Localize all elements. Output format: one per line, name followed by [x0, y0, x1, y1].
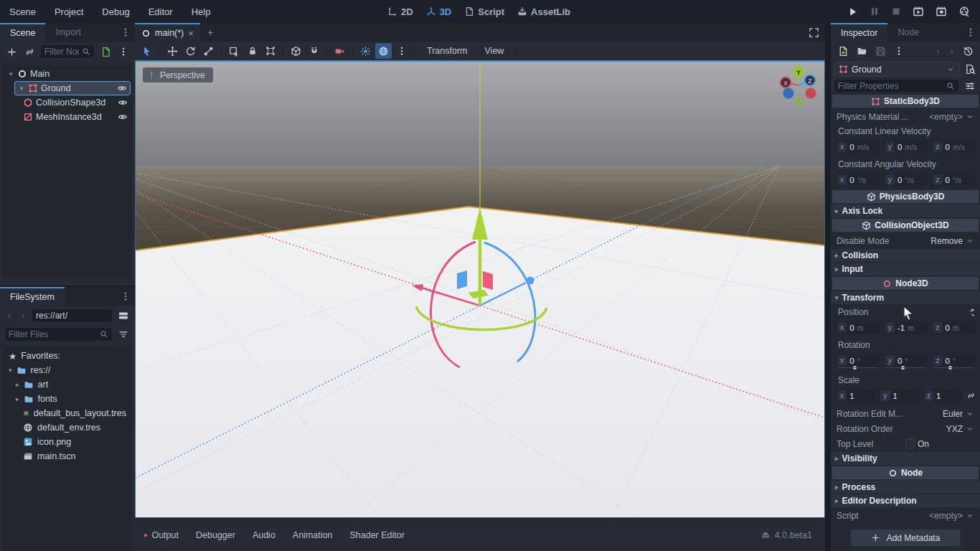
- snap-button[interactable]: [306, 43, 322, 59]
- filter-files-input[interactable]: [9, 329, 97, 339]
- collapse-arrow-icon[interactable]: ▾: [7, 70, 14, 77]
- add-node-button[interactable]: [4, 44, 19, 59]
- preview-environment-button[interactable]: [375, 43, 392, 59]
- menu-scene[interactable]: Scene: [0, 0, 45, 23]
- viewport-3d[interactable]: Y X Z Perspective: [135, 60, 825, 518]
- scale-tool-button[interactable]: [200, 43, 217, 59]
- cav-y-field[interactable]: y0°/s: [883, 173, 928, 187]
- forward-button[interactable]: ›: [18, 309, 28, 323]
- position-x-field[interactable]: x0m: [835, 321, 880, 334]
- expand-arrow-icon[interactable]: ▸: [16, 395, 19, 402]
- fs-row-fonts[interactable]: ▸ fonts: [4, 392, 131, 406]
- new-resource-button[interactable]: [836, 44, 850, 58]
- clv-z-field[interactable]: z0m/s: [930, 140, 976, 154]
- tree-row-collisionshape[interactable]: CollisionShape3d: [4, 95, 131, 110]
- perspective-button[interactable]: Perspective: [143, 67, 213, 83]
- visibility-eye-icon[interactable]: [118, 112, 128, 122]
- section-axis-lock[interactable]: ▸Axis Lock: [831, 204, 980, 217]
- add-metadata-button[interactable]: Add Metadata: [851, 529, 960, 546]
- cav-x-field[interactable]: x0°/s: [835, 173, 880, 187]
- scale-x-field[interactable]: x1: [835, 389, 875, 402]
- group-button[interactable]: [262, 43, 278, 59]
- bottom-tab-output[interactable]: ●Output: [143, 530, 179, 540]
- tree-row-ground[interactable]: ▾ Ground: [14, 81, 131, 95]
- history-back-button[interactable]: ‹: [933, 44, 943, 58]
- tab-node[interactable]: Node: [887, 23, 929, 42]
- lock-button[interactable]: [244, 43, 260, 59]
- resource-extra-menu[interactable]: [892, 44, 906, 58]
- preview-sun-button[interactable]: [357, 43, 374, 59]
- version-info[interactable]: 4.0.beta1: [760, 530, 816, 540]
- inspector-menu[interactable]: [961, 23, 980, 42]
- menu-help[interactable]: Help: [182, 0, 220, 23]
- tab-scene[interactable]: Scene: [0, 23, 45, 42]
- fs-row-icon-png[interactable]: icon.png: [4, 435, 131, 449]
- preview-settings-menu[interactable]: [393, 43, 410, 59]
- property-tools-button[interactable]: [963, 79, 977, 93]
- cav-z-field[interactable]: z0°/s: [930, 173, 976, 187]
- play-scene-button[interactable]: [913, 6, 924, 17]
- visibility-eye-icon[interactable]: [118, 98, 128, 108]
- section-editor-description[interactable]: ▸Editor Description: [831, 494, 980, 507]
- tab-import[interactable]: Import: [45, 23, 90, 42]
- fs-row-res[interactable]: ▾ res://: [4, 363, 131, 377]
- section-transform[interactable]: ▾Transform: [831, 291, 980, 304]
- menu-editor[interactable]: Editor: [139, 0, 182, 23]
- prop-rotation-edit-mode[interactable]: Rotation Edit M... Euler: [831, 406, 980, 421]
- axis-neg-z-ball[interactable]: [783, 88, 794, 99]
- play-button[interactable]: [847, 6, 858, 17]
- scene-dock-menu[interactable]: [116, 23, 135, 42]
- collapse-arrow-icon[interactable]: ▾: [18, 85, 25, 92]
- plane-handle-z[interactable]: [457, 270, 467, 289]
- path-input[interactable]: [36, 311, 108, 321]
- distraction-free-button[interactable]: [803, 23, 825, 42]
- prop-physics-material[interactable]: Physics Material ... <empty>: [831, 109, 980, 124]
- load-resource-button[interactable]: [854, 44, 869, 58]
- stop-button[interactable]: [891, 6, 901, 17]
- section-process[interactable]: ▸Process: [831, 481, 980, 494]
- play-custom-scene-button[interactable]: [936, 6, 947, 17]
- fs-row-env[interactable]: default_env.tres: [4, 420, 131, 435]
- section-input[interactable]: ▸Input: [831, 263, 980, 276]
- fs-row-favorites[interactable]: ★ Favorites:: [4, 349, 131, 363]
- movie-maker-button[interactable]: [958, 6, 970, 17]
- prop-rotation-order[interactable]: Rotation Order YXZ: [831, 421, 980, 436]
- fs-row-art[interactable]: ▸ art: [4, 377, 131, 392]
- mode-2d[interactable]: 2D: [385, 6, 416, 17]
- position-y-field[interactable]: y-1m: [883, 321, 928, 334]
- tab-filesystem[interactable]: FileSystem: [0, 287, 65, 306]
- local-space-button[interactable]: [288, 43, 304, 59]
- history-button[interactable]: [961, 44, 975, 58]
- open-docs-button[interactable]: [963, 62, 977, 77]
- edited-object-selector[interactable]: Ground: [834, 62, 960, 77]
- fs-row-bus-layout[interactable]: default_bus_layout.tres: [4, 406, 131, 420]
- transform-menu[interactable]: Transform: [419, 46, 476, 56]
- rotate-tool-button[interactable]: [182, 43, 199, 59]
- save-resource-button[interactable]: [873, 44, 887, 58]
- mode-assetlib[interactable]: AssetLib: [514, 6, 573, 17]
- axis-neg-x-ball[interactable]: [806, 88, 816, 99]
- history-forward-button[interactable]: ›: [947, 44, 956, 58]
- new-scene-tab-button[interactable]: +: [200, 23, 220, 42]
- slider-knob[interactable]: [901, 366, 905, 369]
- tab-inspector[interactable]: Inspector: [831, 23, 887, 42]
- close-icon[interactable]: ×: [188, 28, 194, 39]
- collapse-arrow-icon[interactable]: ▾: [9, 367, 12, 374]
- bottom-tab-debugger[interactable]: Debugger: [196, 530, 235, 540]
- prop-top-level[interactable]: Top Level On: [831, 436, 980, 451]
- section-visibility[interactable]: ▸Visibility: [831, 452, 980, 465]
- split-mode-button[interactable]: [116, 309, 131, 323]
- prop-disable-mode[interactable]: Disable Mode Remove: [831, 233, 980, 248]
- view-menu[interactable]: View: [477, 46, 512, 56]
- menu-debug[interactable]: Debug: [93, 0, 138, 23]
- scale-y-field[interactable]: y1: [878, 389, 918, 402]
- section-collision[interactable]: ▸Collision: [831, 249, 980, 262]
- list-select-button[interactable]: [226, 43, 242, 59]
- back-button[interactable]: ‹: [4, 309, 14, 323]
- filter-properties-input[interactable]: [838, 81, 943, 91]
- bottom-tab-audio[interactable]: Audio: [253, 530, 275, 540]
- mode-script[interactable]: Script: [461, 6, 507, 17]
- tree-row-meshinstance[interactable]: MeshInstance3d: [4, 110, 131, 124]
- position-z-field[interactable]: z0m: [930, 321, 976, 334]
- pause-button[interactable]: [870, 6, 880, 17]
